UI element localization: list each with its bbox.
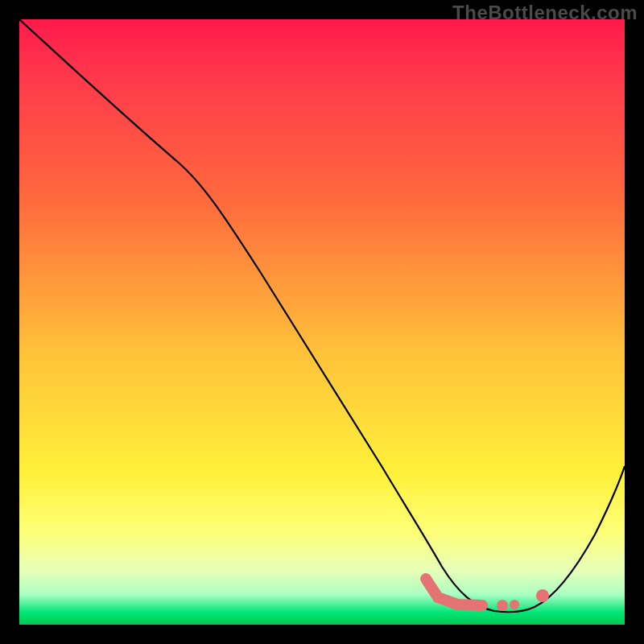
bottleneck-curve (19, 19, 625, 612)
optimal-marker-dot-1 (497, 600, 508, 611)
optimal-marker-dot-3 (536, 589, 549, 602)
optimal-marker-dot-2 (510, 600, 519, 609)
chart-svg (19, 19, 625, 625)
chart-frame (19, 19, 625, 625)
